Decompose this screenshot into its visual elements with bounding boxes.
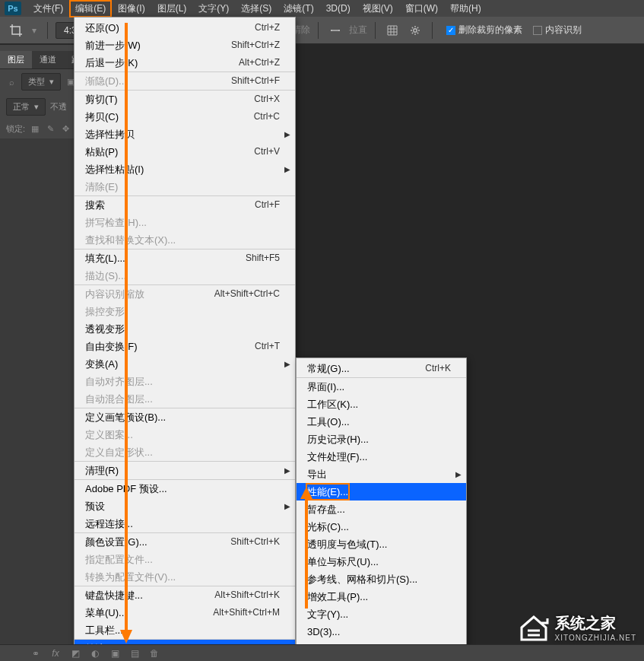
- edit-menu-label: 选择性拷贝: [85, 127, 135, 141]
- menu-filter[interactable]: 滤镜(T): [278, 0, 319, 17]
- pref-menu-item-16[interactable]: 3D(3)...: [297, 623, 466, 640]
- edit-menu-item-1[interactable]: 前进一步(W)Shift+Ctrl+Z: [75, 37, 295, 54]
- new-layer-icon[interactable]: ▤: [129, 648, 140, 659]
- pref-menu-label: 透明度与色域(T)...: [307, 537, 387, 551]
- gear-icon[interactable]: [406, 21, 424, 40]
- menu-layer[interactable]: 图层(L): [151, 0, 193, 17]
- menu-file[interactable]: 文件(F): [27, 0, 69, 17]
- preferences-submenu: 常规(G)...Ctrl+K界面(I)...工作区(K)...工具(O)...历…: [296, 358, 467, 661]
- lock-move-icon[interactable]: ✥: [60, 124, 71, 135]
- submenu-arrow-icon: ▶: [284, 357, 290, 371]
- edit-menu-item-7[interactable]: 拷贝(C)Ctrl+C: [75, 108, 295, 126]
- pref-menu-item-14[interactable]: 增效工具(P)...: [297, 588, 466, 605]
- edit-menu-item-18: 描边(S)...: [75, 267, 295, 284]
- edit-menu-item-43[interactable]: 菜单(U)...Alt+Shift+Ctrl+M: [75, 604, 295, 621]
- edit-menu-item-23[interactable]: 自由变换(F)Ctrl+T: [75, 338, 295, 355]
- watermark: 系统之家 XITONGZHIJIA.NET: [517, 612, 637, 643]
- grid-icon[interactable]: [383, 21, 401, 40]
- svg-point-2: [338, 30, 340, 31]
- menu-select[interactable]: 选择(S): [235, 0, 278, 17]
- crop-tool-icon[interactable]: [8, 22, 24, 39]
- pref-menu-item-3[interactable]: 工作区(K)...: [297, 396, 466, 413]
- edit-menu-item-20: 内容识别缩放Alt+Shift+Ctrl+C: [75, 285, 295, 303]
- edit-menu-item-24[interactable]: 变换(A)▶: [75, 355, 295, 373]
- pref-menu-item-4[interactable]: 工具(O)...: [297, 413, 466, 431]
- edit-menu-item-36[interactable]: 远程连接...: [75, 515, 295, 532]
- edit-menu-label: 查找和替换文本(X)...: [85, 233, 176, 247]
- menu-image[interactable]: 图像(I): [112, 0, 151, 17]
- keyboard-shortcut: Ctrl+V: [254, 145, 280, 159]
- edit-menu-item-6[interactable]: 剪切(T)Ctrl+X: [75, 91, 295, 108]
- pref-menu-item-12[interactable]: 单位与标尺(U)...: [297, 553, 466, 570]
- edit-menu-item-13[interactable]: 搜索Ctrl+F: [75, 196, 295, 214]
- edit-menu-item-34[interactable]: Adobe PDF 预设...: [75, 480, 295, 497]
- link-icon[interactable]: ⚭: [30, 648, 41, 659]
- fx-icon[interactable]: fx: [50, 648, 61, 659]
- edit-menu-label: 填充(L)...: [85, 251, 125, 265]
- pref-menu-label: 暂存盘...: [307, 502, 345, 516]
- pref-menu-item-15[interactable]: 文字(Y)...: [297, 605, 466, 623]
- edit-menu-item-2[interactable]: 后退一步(K)Alt+Ctrl+Z: [75, 54, 295, 72]
- pref-menu-label: 工具(O)...: [307, 415, 350, 429]
- keyboard-shortcut: Shift+Ctrl+Z: [231, 38, 280, 52]
- pref-menu-item-8[interactable]: 性能(E)...: [297, 483, 466, 501]
- edit-menu-label: 定义画笔预设(B)...: [85, 410, 166, 424]
- edit-menu-item-42[interactable]: 键盘快捷键...Alt+Shift+Ctrl+K: [75, 586, 295, 604]
- edit-menu-item-10[interactable]: 选择性粘贴(I)▶: [75, 160, 295, 178]
- pref-menu-item-5[interactable]: 历史记录(H)...: [297, 431, 466, 448]
- edit-dropdown-menu: 还原(O)Ctrl+Z前进一步(W)Shift+Ctrl+Z后退一步(K)Alt…: [74, 17, 296, 659]
- mask-icon[interactable]: ◩: [70, 648, 81, 659]
- menu-3d[interactable]: 3D(D): [320, 1, 357, 16]
- submenu-arrow-icon: ▶: [284, 499, 290, 513]
- menu-view[interactable]: 视图(V): [357, 0, 399, 17]
- edit-menu-label: 预设: [85, 499, 105, 513]
- pref-menu-item-11[interactable]: 透明度与色域(T)...: [297, 535, 466, 553]
- edit-menu-label: 指定配置文件...: [85, 552, 153, 567]
- edit-menu-label: 自由变换(F): [85, 339, 138, 354]
- edit-menu-item-28[interactable]: 定义画笔预设(B)...: [75, 408, 295, 426]
- edit-menu-item-9[interactable]: 粘贴(P)Ctrl+V: [75, 143, 295, 160]
- pref-menu-item-10[interactable]: 光标(C)...: [297, 518, 466, 535]
- edit-menu-item-35[interactable]: 预设▶: [75, 497, 295, 515]
- pref-menu-item-6[interactable]: 文件处理(F)...: [297, 448, 466, 466]
- delete-cropped-checkbox[interactable]: ✓删除裁剪的像素: [446, 24, 522, 37]
- trash-icon[interactable]: 🗑: [149, 648, 160, 659]
- pref-menu-item-0[interactable]: 常规(G)...Ctrl+K: [297, 360, 466, 377]
- chevron-down-icon[interactable]: ▾: [29, 25, 40, 36]
- pref-menu-item-9[interactable]: 暂存盘...: [297, 501, 466, 518]
- edit-menu-label: 定义自定形状...: [85, 445, 153, 459]
- pref-menu-item-13[interactable]: 参考线、网格和切片(S)...: [297, 570, 466, 588]
- menu-help[interactable]: 帮助(H): [444, 0, 487, 17]
- filter-type-dropdown[interactable]: 类型▾: [21, 73, 61, 91]
- tab-channels[interactable]: 通道: [32, 51, 64, 68]
- edit-menu-item-44[interactable]: 工具栏...: [75, 621, 295, 639]
- pref-menu-label: 导出: [307, 467, 327, 481]
- pref-menu-item-7[interactable]: 导出▶: [297, 466, 466, 483]
- edit-menu-item-40: 转换为配置文件(V)...: [75, 568, 295, 586]
- content-aware-checkbox[interactable]: 内容识别: [533, 24, 582, 37]
- edit-menu-item-38[interactable]: 颜色设置(G)...Shift+Ctrl+K: [75, 533, 295, 551]
- adjustment-icon[interactable]: ◐: [90, 648, 100, 659]
- menu-window[interactable]: 窗口(W): [399, 0, 444, 17]
- edit-menu-item-8[interactable]: 选择性拷贝▶: [75, 126, 295, 143]
- ps-logo: Ps: [5, 2, 21, 15]
- menu-type[interactable]: 文字(Y): [192, 0, 235, 17]
- search-icon[interactable]: ⌕: [6, 77, 17, 87]
- tab-layers[interactable]: 图层: [0, 51, 32, 68]
- edit-menu-label: 颜色设置(G)...: [85, 535, 148, 549]
- group-icon[interactable]: ▣: [109, 648, 120, 659]
- blend-mode-dropdown[interactable]: 正常▾: [6, 98, 46, 116]
- lock-brush-icon[interactable]: ✎: [45, 124, 56, 135]
- edit-menu-label: Adobe PDF 预设...: [85, 481, 167, 496]
- edit-menu-item-32[interactable]: 清理(R)▶: [75, 462, 295, 479]
- edit-menu-item-22[interactable]: 透视变形: [75, 320, 295, 338]
- pref-menu-label: 光标(C)...: [307, 520, 349, 534]
- straighten-icon[interactable]: [326, 21, 344, 40]
- edit-menu-item-17[interactable]: 填充(L)...Shift+F5: [75, 249, 295, 267]
- menu-edit[interactable]: 编辑(E): [69, 0, 112, 17]
- edit-menu-label: 后退一步(K): [85, 56, 138, 70]
- lock-transparent-icon[interactable]: ▦: [30, 124, 40, 135]
- edit-menu-item-0[interactable]: 还原(O)Ctrl+Z: [75, 19, 295, 37]
- edit-menu-label: 拷贝(C): [85, 110, 119, 124]
- pref-menu-item-2[interactable]: 界面(I)...: [297, 378, 466, 396]
